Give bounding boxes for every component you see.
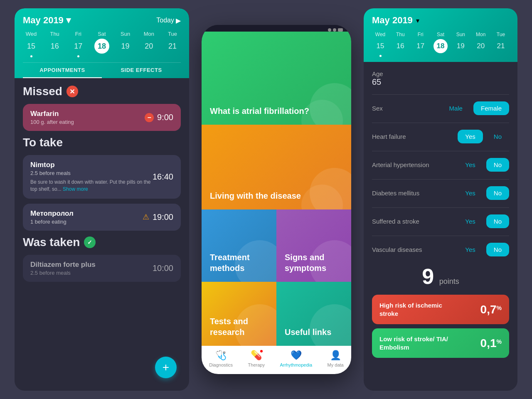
heart-failure-no-btn[interactable]: No: [486, 130, 509, 143]
sex-row: Sex Male Female: [372, 101, 509, 115]
high-risk-percent: %: [497, 305, 502, 311]
right-month-dropdown-icon[interactable]: ▾: [416, 17, 419, 25]
right-cal-day-thu16[interactable]: Thu 16: [392, 32, 409, 57]
battery-icon: [338, 28, 343, 32]
missed-warfarin-card[interactable]: Warfarin 100 g. after eating − 9:00: [23, 104, 181, 131]
diabetes-mellitus-row: Diabetes mellitus Yes No: [372, 186, 509, 200]
nimtop-card[interactable]: Nimtop 2.5 before meals Be sure to wash …: [23, 155, 181, 199]
warning-icon: ⚠: [143, 212, 149, 222]
sex-male-btn[interactable]: Male: [441, 101, 470, 115]
heart-failure-toggle: Yes No: [458, 130, 509, 143]
age-row: Age 65: [372, 70, 509, 87]
sex-female-btn[interactable]: Female: [473, 101, 509, 115]
low-risk-percent: %: [497, 338, 502, 345]
add-fab-button[interactable]: +: [155, 357, 177, 378]
signal-icon: [328, 28, 331, 32]
vascular-diseases-label: Vascular diseases: [372, 246, 422, 253]
diabetes-mellitus-toggle: Yes No: [458, 186, 509, 200]
calendar-month[interactable]: May 2019 ▾: [23, 15, 71, 26]
tests-research-label: Tests and research: [210, 316, 268, 337]
right-panel-body: Age 65 Sex Male Female Heart failure Yes…: [364, 62, 517, 391]
cal-day-sat18[interactable]: Sat 18: [94, 31, 110, 57]
useful-links-card[interactable]: Useful links: [276, 282, 351, 346]
minus-icon: −: [145, 113, 154, 122]
nav-arrhythmopedia[interactable]: 💙 Arrhythmopedia: [280, 350, 312, 367]
tests-research-card[interactable]: Tests and research: [202, 282, 276, 346]
right-calendar-days: Wed 15 Thu 16 Fri 17 Sat 18 Sun 19 Mon: [372, 32, 509, 57]
cal-day-thu16[interactable]: Thu 16: [47, 31, 63, 57]
med-dose-warfarin: 100 g. after eating: [30, 119, 145, 125]
missed-section-title: Missed ✕: [23, 85, 181, 98]
right-cal-day-fri17[interactable]: Fri 17: [412, 32, 429, 57]
dm-yes-btn[interactable]: Yes: [458, 186, 483, 200]
nav-my-data[interactable]: 👤 My data: [328, 350, 344, 367]
high-risk-label: High risk of ischemic stroke: [379, 301, 453, 318]
heart-failure-row: Heart failure Yes No: [372, 130, 509, 143]
living-with-disease-label: Living with the disease: [210, 190, 301, 201]
calendar-days: Wed 15 Thu 16 Fri 17 Sat 18: [23, 31, 181, 57]
diltiazem-time: 10:00: [153, 264, 173, 273]
ah-yes-btn[interactable]: Yes: [458, 158, 483, 172]
treatment-methods-card[interactable]: Treatment methods: [202, 209, 276, 282]
diltiazem-card[interactable]: Diltiazem forte plus 2.5 before meals 10…: [23, 255, 181, 282]
show-more-link[interactable]: Show more: [63, 186, 88, 192]
arterial-hypertension-toggle: Yes No: [458, 158, 509, 172]
cal-day-tue21[interactable]: Tue 21: [164, 31, 181, 57]
med-name-nimtop: Nimtop: [30, 161, 153, 169]
right-cal-day-tue21[interactable]: Tue 21: [493, 32, 509, 57]
right-cal-day-sat18[interactable]: Sat 18: [432, 32, 449, 57]
heart-failure-label: Heart failure: [372, 133, 406, 140]
med-name-metoprolol: Метопролол: [30, 209, 143, 218]
low-risk-card[interactable]: Low risk of stroke/ TIA/ Embolism 0,1 %: [372, 328, 509, 358]
low-risk-value: 0,1 %: [480, 337, 502, 350]
points-section: 9 points: [372, 264, 509, 289]
bottom-navigation: 🩺 Diagnostics 💊 Therapy 💙 Arrhythmopedia…: [202, 346, 351, 374]
points-label: points: [439, 277, 459, 286]
dot-fri17: [77, 55, 79, 57]
high-risk-card[interactable]: High risk of ischemic stroke 0,7 %: [372, 295, 509, 324]
metoprolol-time: 19:00: [153, 212, 173, 222]
nav-therapy[interactable]: 💊 Therapy: [248, 350, 265, 367]
vd-no-btn[interactable]: No: [486, 243, 509, 256]
cal-day-wed15[interactable]: Wed 15: [23, 31, 39, 57]
living-with-disease-card[interactable]: Living with the disease: [202, 125, 351, 209]
right-cal-day-wed15[interactable]: Wed 15: [372, 32, 389, 57]
month-dropdown-icon[interactable]: ▾: [66, 15, 71, 26]
therapy-icon-container: 💊: [251, 350, 262, 361]
metoprolol-card[interactable]: Метопролол 1 before eating ⚠ 19:00: [23, 204, 181, 231]
useful-links-label: Useful links: [285, 327, 331, 337]
today-button[interactable]: Today ▶: [156, 17, 181, 25]
cal-day-sun19[interactable]: Sun 19: [117, 31, 134, 57]
right-cal-day-sun19[interactable]: Sun 19: [452, 32, 469, 57]
was-taken-section-title: Was taken ✓: [23, 236, 181, 249]
divider-6: [372, 236, 509, 236]
vd-yes-btn[interactable]: Yes: [458, 243, 483, 256]
therapy-badge: [259, 349, 264, 353]
middle-panel: What is atrial fibrillation? Living with…: [202, 25, 351, 374]
ah-no-btn[interactable]: No: [486, 158, 509, 172]
dot-wed15: [30, 55, 32, 57]
points-value: 9: [422, 264, 434, 288]
ss-yes-btn[interactable]: Yes: [458, 214, 483, 228]
dm-no-btn[interactable]: No: [486, 186, 509, 200]
tab-appointments[interactable]: APPOINTMENTS: [23, 63, 102, 78]
ss-no-btn[interactable]: No: [486, 214, 509, 228]
card-deco-8: [310, 304, 351, 346]
sex-toggle: Male Female: [441, 101, 509, 115]
cal-day-fri17[interactable]: Fri 17: [70, 31, 86, 57]
right-cal-day-mon20[interactable]: Mon 20: [473, 32, 489, 57]
med-info-warfarin: Warfarin 100 g. after eating: [30, 110, 145, 125]
what-is-afib-card[interactable]: What is atrial fibrillation?: [202, 32, 351, 125]
nav-diagnostics[interactable]: 🩺 Diagnostics: [209, 350, 233, 367]
med-note-nimtop: Be sure to wash it down with water. Put …: [30, 179, 153, 193]
cal-day-mon20[interactable]: Mon 20: [140, 31, 157, 57]
suffered-stroke-toggle: Yes No: [458, 214, 509, 228]
signs-symptoms-card[interactable]: Signs and symptoms: [276, 209, 351, 282]
signs-symptoms-label: Signs and symptoms: [285, 252, 343, 273]
divider-4: [372, 179, 509, 180]
heart-failure-yes-btn[interactable]: Yes: [458, 130, 483, 143]
tab-side-effects[interactable]: SIDE EFFECTS: [102, 63, 181, 78]
to-take-section-title: To take: [23, 136, 181, 149]
metoprolol-time-row: ⚠ 19:00: [143, 212, 173, 222]
what-is-afib-label: What is atrial fibrillation?: [210, 106, 309, 116]
